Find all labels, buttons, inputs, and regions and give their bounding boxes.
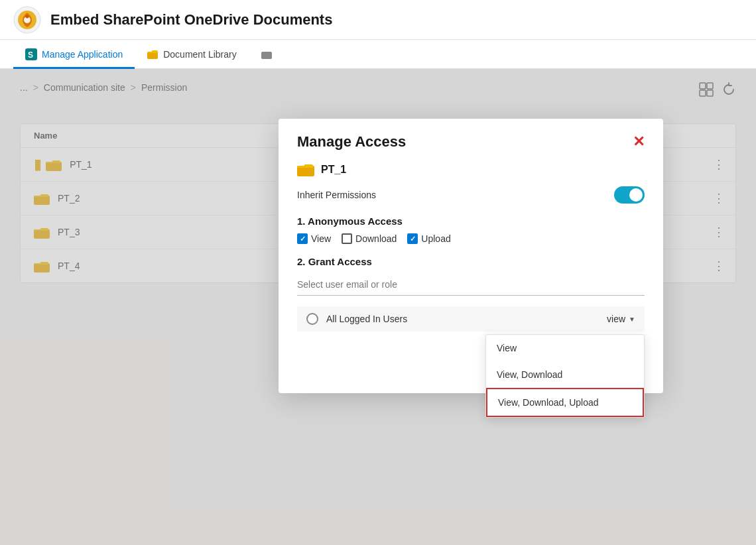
checkbox-upload-box: ✓ (407, 233, 418, 244)
checkbox-upload[interactable]: ✓ Upload (407, 233, 450, 244)
tab-manage-application[interactable]: S Manage Application (13, 42, 135, 69)
tab-third-icon (261, 48, 273, 60)
tab-document-library[interactable]: Document Library (135, 42, 249, 69)
manage-access-modal: Manage Access ✕ PT_1 Inherit Permissions (279, 119, 663, 393)
toggle-knob (629, 188, 643, 202)
grant-access-title: 2. Grant Access (297, 256, 645, 267)
tab-library-label: Document Library (163, 49, 237, 60)
anonymous-access-section: 1. Anonymous Access ✓ View Download (297, 215, 645, 244)
checkbox-view-box: ✓ (297, 233, 308, 244)
svg-text:S: S (28, 50, 33, 60)
inherit-permissions-row: Inherit Permissions (297, 186, 645, 204)
modal-header: Manage Access ✕ (279, 119, 663, 157)
app-header: Embed SharePoint OneDrive Documents (0, 0, 756, 40)
user-row[interactable]: All Logged In Users view ▼ View View, Do… (297, 306, 645, 332)
tab-third[interactable] (249, 42, 284, 69)
checkbox-download[interactable]: Download (342, 233, 397, 244)
dropdown-option-view[interactable]: View (486, 335, 644, 361)
check-mark-upload: ✓ (410, 235, 416, 243)
permission-value: view (607, 314, 625, 324)
app-logo-icon (13, 6, 41, 34)
modal-folder-name: PT_1 (321, 164, 346, 176)
check-mark: ✓ (300, 235, 306, 243)
modal-close-button[interactable]: ✕ (633, 135, 645, 149)
inherit-permissions-toggle[interactable] (614, 186, 645, 204)
dropdown-option-view-download-upload[interactable]: View, Download, Upload (486, 388, 644, 417)
checkbox-view-label: View (311, 233, 331, 244)
svg-point-3 (26, 15, 29, 18)
dropdown-option-view-download[interactable]: View, Download (486, 361, 644, 388)
checkbox-download-box (342, 233, 352, 244)
user-label: All Logged In Users (326, 314, 607, 324)
modal-title: Manage Access (297, 133, 406, 151)
modal-body: PT_1 Inherit Permissions 1. Anonymous Ac… (279, 157, 663, 393)
svg-rect-7 (261, 52, 272, 59)
main-content: ... > Communication site > Permission Na… (0, 69, 756, 545)
tab-manage-label: Manage Application (42, 49, 123, 60)
grant-access-section: 2. Grant Access (297, 256, 645, 296)
app-title: Embed SharePoint OneDrive Documents (50, 11, 332, 29)
sharepoint-icon: S (25, 48, 37, 60)
anonymous-checkboxes: ✓ View Download ✓ Upload (297, 233, 645, 244)
grant-access-input[interactable] (297, 274, 645, 296)
folder-tab-icon (147, 48, 158, 60)
checkbox-download-label: Download (355, 233, 397, 244)
checkbox-upload-label: Upload (421, 233, 450, 244)
anonymous-access-title: 1. Anonymous Access (297, 215, 645, 227)
radio-button[interactable] (306, 313, 318, 325)
inherit-permissions-label: Inherit Permissions (297, 190, 376, 200)
nav-tabs: S Manage Application Document Library (0, 40, 756, 69)
chevron-down-icon: ▼ (629, 316, 635, 323)
permission-dropdown-trigger[interactable]: view ▼ (607, 314, 635, 324)
modal-folder-icon (297, 162, 314, 177)
checkbox-view[interactable]: ✓ View (297, 233, 331, 244)
permission-dropdown-menu: View View, Download View, Download, Uplo… (485, 334, 645, 418)
modal-folder-row: PT_1 (297, 162, 645, 177)
